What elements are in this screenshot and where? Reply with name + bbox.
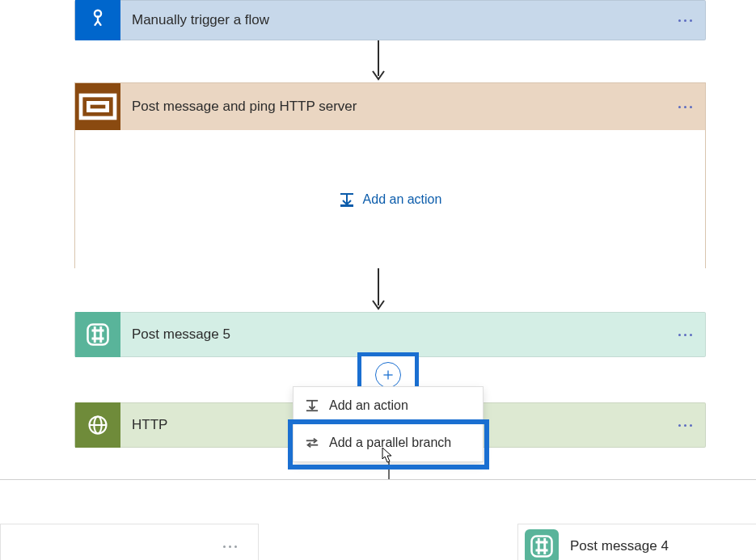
insert-icon [305,399,319,412]
section-divider [0,479,756,480]
scope-icon [75,83,120,130]
add-action-label: Add an action [363,192,442,207]
post-message-4-step[interactable]: Post message 4 [517,524,756,560]
more-menu-button[interactable] [209,545,250,548]
touch-icon [75,0,120,40]
more-menu-button[interactable] [665,19,705,22]
add-step-button[interactable] [375,362,401,388]
post4-title: Post message 4 [559,538,756,554]
connector-arrow-icon [366,268,391,312]
more-menu-button[interactable] [665,424,705,427]
collapsed-step-left[interactable] [0,524,259,560]
menu-add-action-label: Add an action [329,398,408,413]
post5-title: Post message 5 [120,326,665,343]
trigger-title: Manually trigger a flow [120,12,665,28]
svg-rect-20 [532,537,552,557]
cursor-icon [380,446,395,465]
flow-canvas: Manually trigger a flow Post message and… [0,0,756,560]
hash-icon [525,529,559,560]
scope-title: Post message and ping HTTP server [120,99,665,115]
hash-icon [75,312,120,357]
svg-rect-2 [81,95,115,118]
more-menu-button[interactable] [665,106,705,108]
scope-step[interactable]: Post message and ping HTTP server Add an… [74,82,706,268]
connector-arrow-icon [366,40,391,82]
add-action-button[interactable]: Add an action [339,192,442,207]
svg-rect-6 [340,204,353,207]
more-menu-button[interactable] [665,334,705,336]
menu-add-action[interactable]: Add an action [294,387,483,424]
scope-body: Add an action [75,130,705,269]
svg-rect-3 [88,103,107,110]
trigger-step[interactable]: Manually trigger a flow [74,0,706,40]
insert-icon [339,192,355,207]
parallel-branch-icon [305,436,319,449]
globe-icon [75,402,120,448]
post-message-5-step[interactable]: Post message 5 [74,312,706,357]
